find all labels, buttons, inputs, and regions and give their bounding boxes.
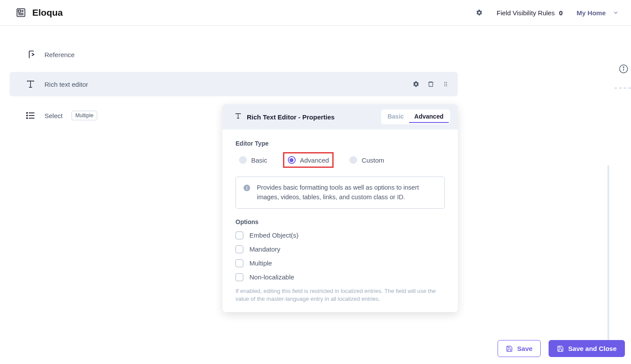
info-text: Provides basic formatting tools as well … (257, 183, 437, 202)
checkbox-label: Non-localizable (249, 273, 294, 281)
editor-type-radio-group: Basic Advanced Custom (235, 152, 445, 168)
panel-title: Rich Text Editor - Properties (247, 113, 334, 121)
field-label: Select (44, 112, 63, 119)
checkbox-icon (235, 245, 243, 253)
field-visibility-rules[interactable]: Field Visibility Rules 0 (497, 9, 563, 17)
tab-advanced[interactable]: Advanced (409, 111, 449, 123)
helper-text: If enabled, editing this field is restri… (235, 287, 445, 304)
svg-point-8 (623, 67, 624, 68)
svg-point-15 (444, 85, 445, 86)
editor-type-label: Editor Type (235, 140, 445, 147)
svg-point-12 (446, 82, 447, 83)
radio-icon (349, 156, 357, 164)
multiple-badge: Multiple (72, 111, 97, 120)
checkbox-icon (235, 273, 243, 281)
checkbox-icon (235, 259, 243, 267)
radio-label: Advanced (300, 156, 329, 164)
checkbox-mandatory[interactable]: Mandatory (235, 245, 445, 253)
save-icon (557, 345, 564, 352)
footer-actions: Save Save and Close (498, 340, 625, 357)
field-row-reference[interactable]: Reference (10, 42, 458, 67)
checkbox-label: Embed Object(s) (249, 231, 299, 239)
field-label: Reference (44, 51, 75, 58)
svg-point-21 (27, 115, 27, 116)
app-header: Eloqua Field Visibility Rules 0 My Home (0, 0, 631, 26)
radio-icon (239, 156, 247, 164)
fvr-label: Field Visibility Rules (497, 9, 555, 17)
chevron-down-icon (613, 10, 619, 16)
radio-label: Basic (251, 156, 267, 164)
gear-icon[interactable] (413, 81, 420, 88)
my-home-label: My Home (576, 9, 606, 17)
radio-basic[interactable]: Basic (235, 153, 271, 167)
save-and-close-button[interactable]: Save and Close (549, 340, 625, 357)
info-box: Provides basic formatting tools as well … (235, 177, 445, 209)
drag-handle-icon[interactable] (442, 81, 449, 88)
tab-basic[interactable]: Basic (382, 111, 409, 123)
options-label: Options (235, 218, 445, 225)
info-icon[interactable] (619, 64, 628, 74)
checkbox-icon (235, 231, 243, 239)
radio-advanced[interactable]: Advanced (283, 152, 334, 168)
settings-icon[interactable] (476, 9, 483, 16)
button-label: Save (517, 345, 532, 352)
insert-indicator (614, 88, 631, 88)
list-icon (25, 110, 36, 121)
radio-custom[interactable]: Custom (346, 153, 388, 167)
my-home-dropdown[interactable]: My Home (576, 7, 619, 19)
svg-point-20 (27, 112, 27, 113)
radio-icon (288, 156, 296, 164)
trash-icon[interactable] (427, 81, 434, 88)
properties-panel: Rich Text Editor - Properties Basic Adva… (222, 104, 458, 312)
svg-point-13 (444, 84, 445, 85)
checkbox-label: Multiple (249, 259, 272, 267)
checkbox-embed[interactable]: Embed Object(s) (235, 231, 445, 239)
button-label: Save and Close (568, 345, 617, 352)
svg-rect-26 (246, 187, 247, 190)
radio-label: Custom (362, 156, 384, 164)
svg-point-16 (446, 85, 447, 86)
text-icon (235, 112, 242, 121)
svg-point-22 (27, 118, 27, 119)
svg-point-27 (246, 186, 247, 187)
page-type-icon (16, 7, 26, 18)
scrollbar[interactable] (607, 165, 609, 353)
reference-icon (25, 49, 36, 60)
svg-point-14 (446, 84, 447, 85)
fvr-count: 0 (559, 9, 563, 17)
text-icon (25, 79, 36, 89)
field-label: Rich text editor (44, 81, 88, 88)
svg-rect-1 (18, 10, 20, 12)
save-icon (506, 345, 513, 352)
info-icon (243, 184, 251, 192)
page-title: Eloqua (32, 7, 63, 18)
checkbox-label: Mandatory (249, 245, 280, 253)
panel-tabs: Basic Advanced (381, 109, 450, 124)
checkbox-multiple[interactable]: Multiple (235, 259, 445, 267)
save-button[interactable]: Save (498, 340, 541, 357)
field-row-rte[interactable]: Rich text editor (10, 72, 458, 96)
svg-point-11 (444, 82, 445, 83)
checkbox-non-localizable[interactable]: Non-localizable (235, 273, 445, 281)
